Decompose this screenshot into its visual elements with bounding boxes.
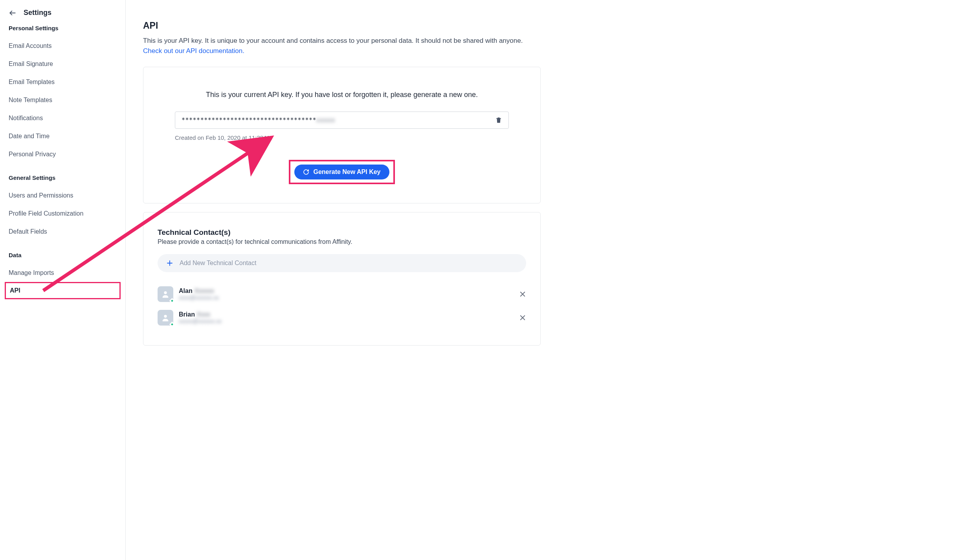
contact-row: Alan Xxxxxx xxxx@xxxxxx.xx <box>158 282 526 306</box>
status-indicator-icon <box>169 298 175 304</box>
sidebar-section-data: Data <box>0 252 125 258</box>
page-description: This is your API key. It is unique to yo… <box>143 36 541 56</box>
person-icon <box>161 290 170 298</box>
close-icon[interactable] <box>519 314 526 321</box>
page-title: API <box>143 20 541 31</box>
contacts-description: Please provide a contact(s) for technica… <box>158 238 526 245</box>
sidebar-item-manage-imports[interactable]: Manage Imports <box>0 264 125 282</box>
add-technical-contact-button[interactable]: Add New Technical Contact <box>158 254 526 272</box>
api-key-tail-blurred: xxxxx <box>316 117 335 124</box>
sidebar-header: Settings <box>0 9 125 25</box>
trash-icon[interactable] <box>495 117 502 124</box>
main-content: API This is your API key. It is unique t… <box>126 0 558 560</box>
svg-point-3 <box>164 291 167 294</box>
sidebar-section-general: General Settings <box>0 174 125 181</box>
person-icon <box>161 313 170 322</box>
sidebar-item-note-templates[interactable]: Note Templates <box>0 91 125 109</box>
avatar <box>158 286 173 302</box>
status-indicator-icon <box>169 322 175 327</box>
contact-row: Brian Xxxx xxxxx@xxxxxx.xx <box>158 306 526 329</box>
sidebar-item-api[interactable]: API <box>10 287 116 294</box>
highlight-annotation-sidebar: API <box>5 282 121 299</box>
contacts-title: Technical Contact(s) <box>158 228 526 237</box>
sidebar: Settings Personal Settings Email Account… <box>0 0 126 560</box>
api-key-card: This is your current API key. If you hav… <box>143 67 541 203</box>
sidebar-section-personal: Personal Settings <box>0 25 125 31</box>
highlight-annotation-button: Generate New API Key <box>289 160 395 184</box>
contact-info: Brian Xxxx xxxxx@xxxxxx.xx <box>179 311 514 324</box>
technical-contacts-card: Technical Contact(s) Please provide a co… <box>143 212 541 346</box>
sidebar-item-notifications[interactable]: Notifications <box>0 109 125 127</box>
sidebar-item-personal-privacy[interactable]: Personal Privacy <box>0 145 125 163</box>
close-icon[interactable] <box>519 291 526 298</box>
api-key-field: ************************************xxxx… <box>175 112 509 129</box>
generate-api-key-button[interactable]: Generate New API Key <box>294 165 389 179</box>
refresh-icon <box>303 169 309 175</box>
contact-email: xxxx@xxxxxx.xx <box>179 295 514 301</box>
contact-email: xxxxx@xxxxxx.xx <box>179 318 514 324</box>
description-text: This is your API key. It is unique to yo… <box>143 37 523 44</box>
sidebar-item-default-fields[interactable]: Default Fields <box>0 223 125 241</box>
api-documentation-link[interactable]: Check out our API documentation. <box>143 47 244 55</box>
generate-button-label: Generate New API Key <box>313 168 380 176</box>
sidebar-item-date-time[interactable]: Date and Time <box>0 127 125 145</box>
sidebar-item-profile-field-customization[interactable]: Profile Field Customization <box>0 205 125 223</box>
sidebar-item-email-signature[interactable]: Email Signature <box>0 55 125 73</box>
api-key-prompt: This is your current API key. If you hav… <box>175 91 509 99</box>
add-contact-label: Add New Technical Contact <box>180 260 256 267</box>
sidebar-item-users-permissions[interactable]: Users and Permissions <box>0 187 125 205</box>
plus-icon <box>166 260 173 267</box>
contact-info: Alan Xxxxxx xxxx@xxxxxx.xx <box>179 287 514 301</box>
sidebar-item-email-templates[interactable]: Email Templates <box>0 73 125 91</box>
svg-point-6 <box>164 315 167 318</box>
contact-name: Alan Xxxxxx <box>179 287 514 295</box>
api-key-created-on: Created on Feb 10, 2020 at 11:38AM <box>175 134 509 141</box>
sidebar-title: Settings <box>24 9 51 17</box>
api-key-value: ************************************xxxx… <box>182 117 495 124</box>
avatar <box>158 310 173 326</box>
api-key-masked: ************************************ <box>182 117 316 124</box>
back-arrow-icon[interactable] <box>9 9 17 17</box>
sidebar-item-email-accounts[interactable]: Email Accounts <box>0 37 125 55</box>
contact-name: Brian Xxxx <box>179 311 514 318</box>
